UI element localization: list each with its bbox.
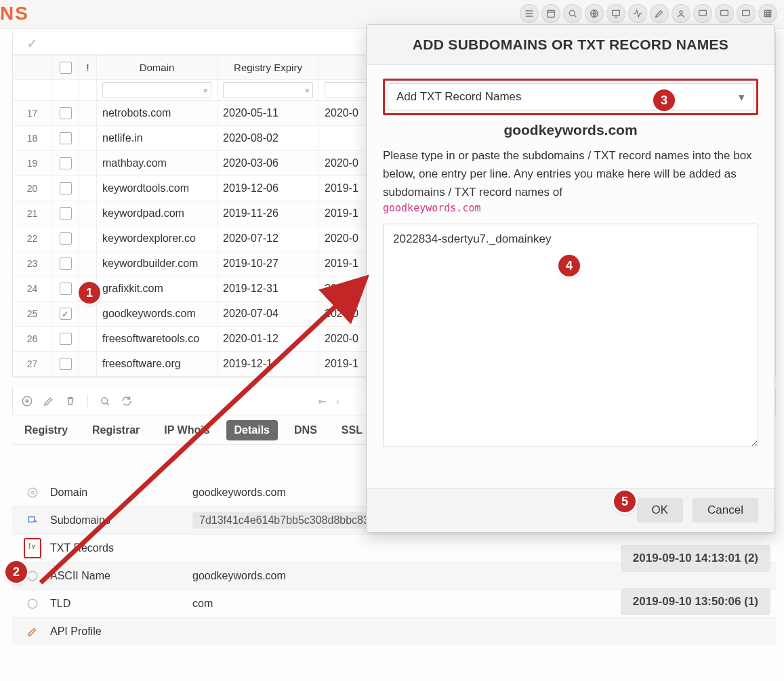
row-number: 20 <box>13 176 52 201</box>
svg-rect-0 <box>548 10 555 17</box>
activity-icon[interactable] <box>628 4 647 23</box>
cell-expiry: 2019-10-27 <box>218 251 319 276</box>
row-checkbox[interactable] <box>60 257 72 270</box>
svg-point-1 <box>569 10 575 16</box>
annot-box-3: Add TXT Record Names ▾ <box>383 79 758 115</box>
cell-expiry: 2020-07-04 <box>218 302 319 326</box>
prev-page-icon[interactable]: ‹ <box>336 396 339 407</box>
filter-domain[interactable]: × <box>102 82 211 98</box>
grid-icon[interactable] <box>758 4 777 23</box>
annotation-1: 1 <box>79 282 100 304</box>
annotation-2: 2 <box>5 561 27 583</box>
row-number: 21 <box>13 201 52 226</box>
annotation-3: 3 <box>653 89 675 111</box>
timestamp-2[interactable]: 2019-09-10 13:50:06 (1) <box>621 588 770 615</box>
add-icon[interactable] <box>21 395 33 407</box>
text3-icon <box>24 598 41 610</box>
header-checkbox[interactable] <box>60 62 72 74</box>
cell-expiry: 2020-08-02 <box>218 126 319 150</box>
search-icon[interactable] <box>563 4 582 23</box>
record-type-combo[interactable]: Add TXT Record Names ▾ <box>388 83 754 110</box>
top-icon-strip <box>520 4 777 23</box>
row-number: 23 <box>13 251 52 276</box>
modal-title: ADD SUBDOMAINS OR TXT RECORD NAMES <box>367 25 775 65</box>
modal-help-code: goodkeywords.com <box>383 202 758 214</box>
row-checkbox[interactable] <box>60 132 72 144</box>
cell-expiry: 2019-12-06 <box>218 176 319 201</box>
subdomains-icon[interactable] <box>24 514 41 527</box>
svg-point-11 <box>28 488 37 497</box>
svg-point-10 <box>102 398 108 404</box>
monitor4-icon[interactable] <box>737 4 756 23</box>
row-checkbox[interactable] <box>60 182 72 194</box>
profile-edit-icon[interactable] <box>24 625 41 638</box>
add-txt-modal: ADD SUBDOMAINS OR TXT RECORD NAMES Add T… <box>366 24 775 533</box>
row-checkbox[interactable] <box>60 283 72 295</box>
cancel-button[interactable]: Cancel <box>693 498 758 522</box>
cell-domain: keywordexplorer.co <box>97 226 218 251</box>
row-number: 24 <box>13 276 52 301</box>
svg-rect-6 <box>721 10 728 15</box>
text-icon <box>24 487 41 499</box>
monitor3-icon[interactable] <box>715 4 734 23</box>
globe-icon[interactable] <box>585 4 604 23</box>
app-logo: NS <box>0 3 29 24</box>
cell-expiry: 2020-01-12 <box>218 327 319 351</box>
modal-domain: goodkeywords.com <box>383 122 758 138</box>
cell-expiry: 2019-12-31 <box>218 276 319 301</box>
col-excl[interactable]: ! <box>79 56 97 79</box>
refresh-icon[interactable] <box>121 395 133 407</box>
pencil-icon[interactable] <box>650 4 669 23</box>
svg-rect-5 <box>699 10 707 15</box>
tab-registry[interactable]: Registry <box>16 420 76 440</box>
edit-icon[interactable] <box>43 395 55 407</box>
row-checkbox[interactable] <box>60 358 72 370</box>
svg-rect-8 <box>764 10 770 16</box>
tab-registrar[interactable]: Registrar <box>84 420 148 440</box>
annotation-4: 4 <box>558 255 580 276</box>
tab-ip-whois[interactable]: IP Whois <box>156 420 218 440</box>
row-checkbox[interactable] <box>60 308 72 320</box>
first-page-icon[interactable]: ⇤ <box>318 396 327 407</box>
detail-tabs: RegistryRegistrarIP WhoisDetailsDNSSSLTo… <box>16 420 423 440</box>
row-checkbox[interactable] <box>60 207 72 220</box>
modal-help: Please type in or paste the subdomains /… <box>383 146 758 202</box>
cell-domain: keywordbuilder.com <box>97 251 218 276</box>
svg-point-4 <box>680 11 682 14</box>
cell-domain: grafixkit.com <box>97 276 218 301</box>
tab-ssl[interactable]: SSL <box>333 420 371 440</box>
delete-icon[interactable] <box>64 395 77 407</box>
cell-domain: goodkeywords.com <box>97 302 218 326</box>
col-domain[interactable]: Domain <box>97 56 218 79</box>
filter-expiry[interactable]: × <box>223 82 313 98</box>
search2-icon[interactable] <box>99 395 111 407</box>
svg-rect-12 <box>28 517 35 522</box>
calendar-icon[interactable] <box>541 4 560 23</box>
txt-records-icon[interactable] <box>24 538 41 558</box>
tab-dns[interactable]: DNS <box>286 420 325 440</box>
chevron-down-icon: ▾ <box>739 90 745 104</box>
cell-expiry: 2019-12-1 <box>218 352 319 376</box>
tab-details[interactable]: Details <box>226 420 278 440</box>
svg-rect-3 <box>613 10 620 15</box>
cell-domain: mathbay.com <box>97 151 218 176</box>
row-checkbox[interactable] <box>60 232 72 245</box>
row-number: 27 <box>13 352 52 376</box>
ok-button[interactable]: OK <box>637 498 684 522</box>
row-number: 26 <box>13 327 52 351</box>
cell-expiry: 2020-07-12 <box>218 226 319 251</box>
row-checkbox[interactable] <box>60 107 72 119</box>
monitor-icon[interactable] <box>606 4 625 23</box>
row-number: 17 <box>13 101 52 125</box>
cell-domain: netrobots.com <box>97 101 218 125</box>
cell-expiry: 2019-11-26 <box>218 201 319 226</box>
grid-check-icon[interactable]: ✓ <box>26 35 38 51</box>
row-checkbox[interactable] <box>60 157 72 169</box>
col-expiry[interactable]: Registry Expiry <box>218 56 319 79</box>
user-icon[interactable] <box>672 4 690 23</box>
menu-icon[interactable] <box>520 4 539 23</box>
monitor2-icon[interactable] <box>693 4 712 23</box>
cell-domain: freesoftwaretools.co <box>97 327 218 351</box>
timestamp-1[interactable]: 2019-09-10 14:13:01 (2) <box>621 545 770 572</box>
row-checkbox[interactable] <box>60 333 72 345</box>
